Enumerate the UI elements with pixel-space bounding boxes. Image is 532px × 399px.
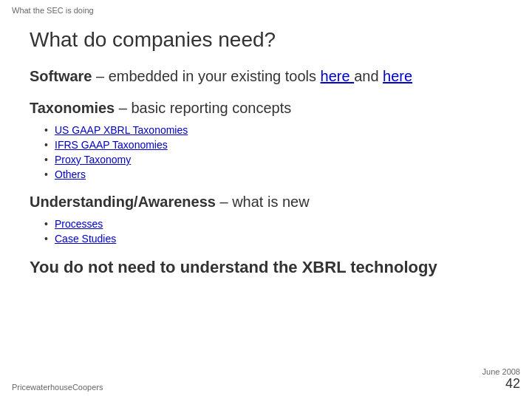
taxonomy-link-2[interactable]: IFRS GAAP Taxonomies — [55, 139, 168, 151]
list-item: Others — [44, 168, 502, 180]
awareness-heading-rest: – what is new — [216, 194, 310, 210]
software-heading: Software – embedded in your existing too… — [30, 68, 502, 85]
top-bar: What the SEC is doing — [0, 0, 532, 21]
footer: PricewaterhouseCoopers June 2008 42 — [0, 367, 532, 392]
main-content: What do companies need? Software – embed… — [0, 21, 532, 284]
list-item: Case Studies — [44, 233, 502, 245]
software-link1[interactable]: here — [321, 68, 355, 84]
software-heading-bold: Software — [30, 68, 92, 84]
awareness-link-1[interactable]: Processes — [55, 218, 103, 230]
software-heading-rest: – embedded in your existing tools — [92, 68, 320, 84]
bottom-text: You do not need to understand the XBRL t… — [30, 258, 502, 277]
list-item: US GAAP XBRL Taxonomies — [44, 124, 502, 136]
taxonomies-heading-bold: Taxonomies — [30, 100, 115, 116]
taxonomy-link-3[interactable]: Proxy Taxonomy — [55, 154, 131, 166]
footer-brand: PricewaterhouseCoopers — [12, 383, 103, 392]
list-item: Proxy Taxonomy — [44, 154, 502, 166]
footer-date: June 2008 — [482, 367, 520, 376]
awareness-list: Processes Case Studies — [30, 218, 502, 245]
awareness-link-2[interactable]: Case Studies — [55, 233, 116, 245]
software-link2[interactable]: here — [383, 68, 412, 84]
footer-page-number: 42 — [482, 376, 520, 392]
list-item: Processes — [44, 218, 502, 230]
awareness-heading: Understanding/Awareness – what is new — [30, 194, 502, 211]
bottom-text-label: You do not need to understand the XBRL t… — [30, 258, 437, 276]
software-link-and: and — [354, 68, 383, 84]
awareness-section: Understanding/Awareness – what is new Pr… — [30, 194, 502, 245]
awareness-heading-bold: Understanding/Awareness — [30, 194, 216, 210]
taxonomies-heading-rest: – basic reporting concepts — [115, 100, 291, 116]
page-title: What do companies need? — [30, 28, 502, 52]
footer-right: June 2008 42 — [482, 367, 520, 392]
taxonomies-list: US GAAP XBRL Taxonomies IFRS GAAP Taxono… — [30, 124, 502, 180]
software-section: Software – embedded in your existing too… — [30, 68, 502, 85]
taxonomies-section: Taxonomies – basic reporting concepts US… — [30, 100, 502, 180]
taxonomies-heading: Taxonomies – basic reporting concepts — [30, 100, 502, 117]
list-item: IFRS GAAP Taxonomies — [44, 139, 502, 151]
taxonomy-link-1[interactable]: US GAAP XBRL Taxonomies — [55, 124, 188, 136]
top-bar-label: What the SEC is doing — [12, 6, 94, 15]
taxonomy-link-4[interactable]: Others — [55, 168, 86, 180]
